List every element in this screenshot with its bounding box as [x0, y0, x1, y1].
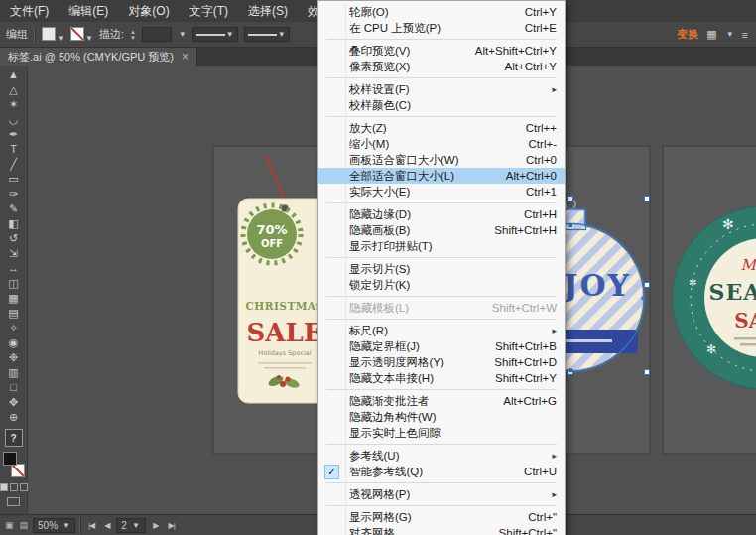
- status-left-icon[interactable]: ▤: [19, 520, 30, 530]
- view-menu-item[interactable]: 隐藏边角构件(W): [318, 409, 565, 425]
- rectangle-tool[interactable]: ▭: [2, 172, 26, 187]
- next-artboard-button[interactable]: ▶: [150, 521, 161, 530]
- menu-separator: [326, 444, 557, 445]
- view-menu-item[interactable]: 轮廓(O)Ctrl+Y: [318, 4, 565, 20]
- menubar-item[interactable]: 对象(O): [118, 0, 179, 22]
- chevron-down-icon[interactable]: ▼: [726, 30, 734, 39]
- menu-separator: [326, 505, 557, 506]
- zoom-dropdown[interactable]: 50% ▼: [33, 518, 75, 533]
- view-menu-item[interactable]: 标尺(R)▸: [318, 323, 565, 338]
- scale-tool[interactable]: ⇲: [2, 246, 26, 261]
- document-tab[interactable]: 标签.ai @ 50% (CMYK/GPU 预览) ×: [0, 48, 197, 66]
- submenu-arrow-icon: ▸: [552, 489, 557, 499]
- view-menu-item[interactable]: 实际大小(E)Ctrl+1: [318, 184, 565, 200]
- stroke-none-indicator[interactable]: [11, 464, 25, 477]
- view-menu-item[interactable]: 锁定切片(K): [318, 277, 565, 293]
- transform-link[interactable]: 变换: [677, 27, 698, 42]
- view-menu-item[interactable]: 显示网格(G)Ctrl+": [318, 509, 565, 525]
- symbol-sprayer-tool[interactable]: ❉: [2, 350, 26, 365]
- view-menu-item[interactable]: 叠印预览(V)Alt+Shift+Ctrl+Y: [318, 43, 565, 59]
- view-menu-item[interactable]: 显示切片(S): [318, 261, 565, 277]
- stroke-weight-field[interactable]: [142, 27, 172, 42]
- menubar-item[interactable]: 编辑(E): [59, 0, 118, 22]
- view-menu-item[interactable]: 显示透明度网格(Y)Shift+Ctrl+D: [318, 354, 565, 370]
- fill-color-indicator[interactable]: [3, 452, 17, 466]
- pencil-tool[interactable]: ✎: [2, 201, 26, 216]
- view-menu-item[interactable]: 全部适合窗口大小(L)Alt+Ctrl+0: [318, 168, 565, 184]
- draw-inside-icon[interactable]: [20, 483, 28, 491]
- selection-tool[interactable]: ▲: [2, 67, 26, 82]
- view-menu-item[interactable]: 参考线(U)▸: [318, 448, 565, 464]
- pencil-tool-icon: ✎: [9, 201, 18, 216]
- width-tool[interactable]: ↔: [2, 261, 26, 276]
- help-icon[interactable]: ?: [5, 429, 23, 447]
- pen-tool-icon: ✒: [9, 127, 18, 142]
- fill-color-swatch[interactable]: ▼: [42, 27, 64, 43]
- eraser-tool[interactable]: ◧: [2, 216, 26, 231]
- close-icon[interactable]: ×: [182, 50, 189, 64]
- brush-definition-dropdown[interactable]: ▼: [244, 27, 290, 42]
- menu-shortcut: Shift+Ctrl+W: [492, 302, 557, 314]
- eraser-tool-icon: ◧: [8, 216, 18, 231]
- last-artboard-button[interactable]: ▶|: [166, 521, 178, 530]
- hand-tool[interactable]: ✥: [2, 395, 26, 410]
- view-menu-item[interactable]: 在 CPU 上预览(P)Ctrl+E: [318, 20, 565, 36]
- pen-tool[interactable]: ✒: [2, 127, 26, 142]
- view-menu-item[interactable]: 画板适合窗口大小(W)Ctrl+0: [318, 152, 565, 168]
- view-menu-item[interactable]: 校样颜色(C): [318, 97, 565, 113]
- column-graph-tool[interactable]: ▥: [2, 365, 26, 380]
- stroke-weight-stepper[interactable]: ▲▼: [130, 29, 136, 41]
- menu-item-label: 隐藏画板(B): [345, 223, 476, 238]
- width-profile-dropdown[interactable]: ▼: [192, 27, 238, 42]
- fill-stroke-control[interactable]: [2, 452, 26, 477]
- direct-selection-tool[interactable]: △: [2, 82, 26, 97]
- view-menu-item[interactable]: 隐藏画板(B)Shift+Ctrl+H: [318, 222, 565, 238]
- menubar-item[interactable]: 文件(F): [0, 0, 59, 22]
- view-menu-item[interactable]: 隐藏边缘(D)Ctrl+H: [318, 206, 565, 222]
- view-menu-item[interactable]: 放大(Z)Ctrl++: [318, 120, 565, 136]
- zoom-tool[interactable]: ⊕: [2, 410, 26, 425]
- eyedropper-tool[interactable]: ✧: [2, 321, 26, 335]
- blend-tool[interactable]: ◉: [2, 335, 26, 350]
- artboard-nav-dropdown[interactable]: 2 ▼: [116, 518, 146, 533]
- draw-normal-icon[interactable]: [0, 483, 8, 491]
- shape-builder-tool[interactable]: ◫: [2, 276, 26, 291]
- type-tool[interactable]: T: [2, 142, 26, 157]
- view-menu-item[interactable]: 校样设置(F)▸: [318, 81, 565, 97]
- previous-artboard-button[interactable]: ◀: [101, 521, 112, 530]
- chevron-down-icon[interactable]: ▼: [179, 30, 187, 39]
- tag-sale-text: SALE: [246, 318, 322, 347]
- menubar-item[interactable]: 选择(S): [238, 0, 298, 22]
- mesh-tool[interactable]: ▦: [2, 291, 26, 306]
- view-menu-item[interactable]: 隐藏文本串接(H)Shift+Ctrl+Y: [318, 370, 565, 386]
- view-menu-item[interactable]: ✓智能参考线(Q)Ctrl+U: [318, 464, 565, 479]
- panel-menu-icon[interactable]: ≡: [740, 29, 750, 41]
- stroke-color-swatch[interactable]: ▼: [70, 27, 93, 43]
- view-menu-item[interactable]: 像素预览(X)Alt+Ctrl+Y: [318, 59, 565, 74]
- view-menu-item[interactable]: 隐藏定界框(J)Shift+Ctrl+B: [318, 338, 565, 354]
- view-menu-item[interactable]: 缩小(M)Ctrl+-: [318, 136, 565, 152]
- gradient-tool-icon: ▤: [8, 306, 18, 321]
- screen-mode-icon[interactable]: [7, 497, 20, 506]
- menu-item-label: 隐藏边缘(D): [345, 207, 506, 222]
- view-menu-item[interactable]: 显示实时上色间隙: [318, 425, 565, 441]
- gradient-tool[interactable]: ▤: [2, 306, 26, 321]
- view-menu-item[interactable]: 对齐网格Shift+Ctrl+": [318, 525, 565, 535]
- line-segment-tool[interactable]: ╱: [2, 157, 26, 172]
- brush-stroke-icon: [248, 34, 277, 36]
- artboard-tool[interactable]: □: [2, 380, 26, 395]
- magic-wand-tool[interactable]: ✶: [2, 97, 26, 112]
- first-artboard-button[interactable]: |◀: [85, 521, 97, 530]
- draw-behind-icon[interactable]: [10, 483, 18, 491]
- view-menu-item[interactable]: 显示打印拼贴(T): [318, 238, 565, 254]
- menubar-item[interactable]: 文字(T): [180, 0, 238, 22]
- step-down-icon: ▼: [130, 35, 136, 41]
- view-menu-item[interactable]: 隐藏渐变批注者Alt+Ctrl+G: [318, 393, 565, 409]
- view-menu-item[interactable]: 透视网格(P)▸: [318, 486, 565, 502]
- rotate-tool[interactable]: ↺: [2, 231, 26, 246]
- checkmark-icon: ✓: [318, 465, 345, 479]
- align-grid-icon[interactable]: ▦: [704, 28, 718, 41]
- status-left-icon[interactable]: ▣: [4, 520, 15, 530]
- lasso-tool[interactable]: ◡: [2, 112, 26, 127]
- paintbrush-tool[interactable]: ✑: [2, 187, 26, 201]
